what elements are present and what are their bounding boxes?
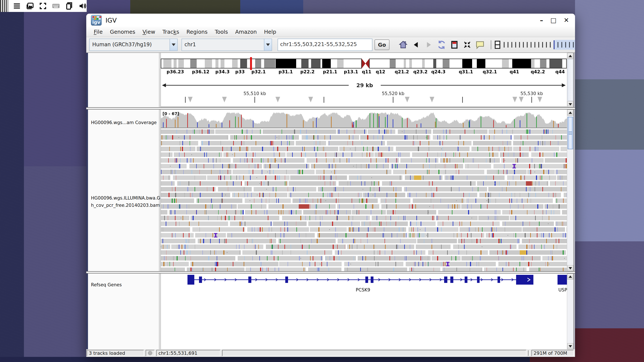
activity-indicator	[146, 350, 154, 356]
alignment-track-label-line2: h_cov_pcr_free.20140203.bam	[91, 202, 160, 209]
toolbar-drag-handle[interactable]	[0, 0, 8, 12]
scroll-up-icon[interactable]	[567, 274, 573, 280]
audio-volume-icon[interactable]	[78, 2, 87, 10]
alignment-data-panel[interactable]	[161, 110, 567, 271]
locus-input[interactable]: chr1:55,503,221-55,532,525	[278, 39, 372, 51]
header-label-panel	[88, 53, 159, 107]
menu-genomes[interactable]: Genomes	[106, 29, 139, 35]
gene-data-panel[interactable]	[161, 274, 567, 349]
panel-splitter[interactable]	[86, 271, 575, 274]
scroll-down-icon[interactable]	[567, 101, 573, 107]
main-toolbar: Human (GRCh37/hg19) chr1 chr1:55,503,221…	[86, 37, 575, 53]
ideogram-ruler-canvas[interactable]	[161, 53, 567, 107]
zoom-slider[interactable]	[495, 37, 575, 53]
window-title: IGV	[106, 17, 540, 24]
igv-app-icon: igv	[91, 15, 102, 25]
refseq-genes-canvas[interactable]	[161, 274, 567, 349]
header-data-panel[interactable]	[161, 53, 567, 107]
genome-select[interactable]: Human (GRCh37/hg19)	[89, 39, 178, 51]
screenshot-icon[interactable]	[26, 2, 34, 10]
zoom-slider-thumb[interactable]	[554, 40, 554, 49]
gene-label-panel: Refseq Genes	[88, 274, 159, 349]
menu-amazon[interactable]: Amazon	[232, 29, 260, 35]
toolbar-separator	[491, 40, 491, 49]
chromosome-select-value: chr1	[182, 39, 264, 50]
fit-to-window-button[interactable]	[462, 40, 472, 50]
activity-circle-icon	[148, 351, 152, 355]
desktop-quick-toolbar	[0, 0, 87, 12]
gene-scrollbar[interactable]	[567, 274, 573, 349]
alignment-track-label-line1: HG00096.wgs.ILLUMINA.bwa.G	[91, 194, 160, 202]
zoom-out-icon[interactable]	[495, 41, 500, 49]
menu-view[interactable]: View	[139, 29, 159, 35]
igv-window: igv IGV – □ ✕ FileGenomesViewTracksRegio…	[86, 14, 575, 357]
menu-regions[interactable]: Regions	[183, 29, 211, 35]
menu-icon[interactable]	[13, 2, 21, 10]
scroll-up-icon[interactable]	[567, 110, 573, 116]
statusbar-splitter[interactable]	[528, 350, 530, 356]
chromosome-select-arrow[interactable]	[264, 39, 272, 50]
alignment-scrollbar-thumb[interactable]	[568, 117, 573, 149]
genome-select-value: Human (GRCh37/hg19)	[90, 39, 170, 50]
menu-file[interactable]: File	[90, 29, 106, 35]
panel-splitter[interactable]	[86, 107, 575, 110]
scroll-down-icon[interactable]	[567, 265, 573, 271]
cursor-position-status: chr1:55,531,691	[156, 350, 220, 356]
menu-tools[interactable]: Tools	[211, 29, 232, 35]
alignment-scrollbar[interactable]	[567, 110, 573, 271]
title-bar[interactable]: igv IGV – □ ✕	[86, 14, 575, 27]
menu-help[interactable]: Help	[260, 29, 280, 35]
refresh-button[interactable]	[436, 40, 447, 50]
minimize-button[interactable]: –	[540, 17, 543, 23]
forward-button[interactable]	[424, 40, 434, 50]
scroll-up-icon[interactable]	[567, 53, 573, 59]
popup-behavior-button[interactable]	[475, 40, 485, 50]
coverage-track-label[interactable]: HG00096.wgs...am Coverage	[91, 119, 157, 126]
window-content: HG00096.wgs...am Coverage HG00096.wgs.IL…	[86, 53, 575, 357]
scroll-down-icon[interactable]	[567, 343, 573, 349]
tracks-loaded-status: 3 tracks loaded	[87, 350, 144, 356]
memory-status: 291M of 700M	[532, 350, 574, 356]
header-scrollbar[interactable]	[567, 53, 573, 107]
back-button[interactable]	[411, 40, 421, 50]
message-status	[222, 350, 526, 356]
home-button[interactable]	[398, 40, 408, 50]
status-bar: 3 tracks loaded chr1:55,531,691 291M of …	[86, 349, 575, 357]
keyboard-icon[interactable]	[52, 2, 60, 10]
menu-bar: FileGenomesViewTracksRegionsToolsAmazonH…	[86, 27, 575, 37]
maximize-button[interactable]: □	[550, 17, 556, 23]
close-button[interactable]: ✕	[564, 17, 569, 23]
fullscreen-icon[interactable]	[39, 2, 47, 10]
menu-tracks[interactable]: Tracks	[159, 29, 183, 35]
coverage-alignment-canvas[interactable]	[161, 110, 567, 271]
chromosome-select[interactable]: chr1	[182, 39, 272, 51]
genome-select-arrow[interactable]	[170, 39, 177, 50]
refseq-track-label[interactable]: Refseq Genes	[91, 281, 122, 288]
copy-window-icon[interactable]	[65, 2, 74, 10]
define-region-button[interactable]	[449, 40, 460, 50]
go-button[interactable]: Go	[374, 39, 390, 50]
header-scrollbar-thumb[interactable]	[568, 59, 573, 101]
alignment-track-label[interactable]: HG00096.wgs.ILLUMINA.bwa.G h_cov_pcr_fre…	[91, 194, 160, 209]
track-label-panel: HG00096.wgs...am Coverage HG00096.wgs.IL…	[88, 110, 159, 271]
